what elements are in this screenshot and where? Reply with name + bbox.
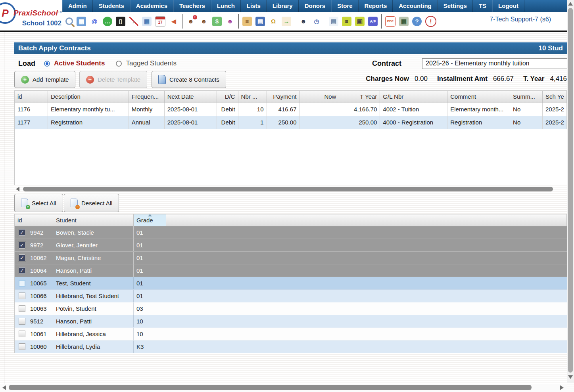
bell-icon[interactable]: Ω [269,17,278,26]
contracts-col-header-payment[interactable]: Payment [267,91,300,103]
print-cheque-icon[interactable]: ▣ [355,17,365,26]
nav-item-logout[interactable]: Logout [492,0,524,12]
ledger-icon[interactable]: ▤ [329,17,338,26]
money-icon[interactable]: $ [212,17,222,26]
app-logo[interactable]: P PraxiSchoolTM School 1002 [0,0,62,31]
scroll-left-icon[interactable] [16,187,19,191]
delete-template-button[interactable]: − Delete Template [79,71,147,88]
radio-tagged-students-label[interactable]: Tagged Students [126,59,177,67]
add-student-icon[interactable]: ☻+ [186,17,196,26]
contracts-col-header-d-c[interactable]: D/C [217,91,238,103]
nav-item-lunch[interactable]: Lunch [211,0,241,12]
student-checkbox[interactable] [19,331,25,337]
nav-item-academics[interactable]: Academics [130,0,173,12]
phone-icon[interactable]: ▯ [116,17,125,26]
mute-icon[interactable]: ♪ [129,17,138,26]
contracts-col-header-sch-ye[interactable]: Sch Ye [543,91,567,103]
nav-item-ts[interactable]: TS [473,0,492,12]
page-vscroll-thumb[interactable] [568,8,573,373]
students-col-header-student[interactable]: Student [53,214,134,226]
ap-icon[interactable]: A/P [368,17,378,26]
nav-item-store[interactable]: Store [331,0,358,12]
contracts-col-header-now[interactable]: Now [299,91,339,103]
contracts-col-header-next-date[interactable]: Next Date [165,91,217,103]
pdf-icon[interactable]: PDF [385,16,395,27]
deselect-all-button[interactable]: Deselect All [64,194,119,212]
student-checkbox[interactable] [19,293,25,299]
select-all-button[interactable]: Select All [14,194,63,212]
contracts-col-header-description[interactable]: Description [48,91,129,103]
contract-row[interactable]: 1176Elementary monthly tu...Monthly2025-… [15,103,567,116]
nav-item-admin[interactable]: Admin [62,0,93,12]
student-row[interactable]: ✓9942Bowen, Stacie01 [15,226,567,239]
scroll-right-icon[interactable] [560,385,564,390]
page-hscroll-thumb[interactable] [9,385,532,390]
student-row[interactable]: 10065Test, Student01 [15,277,567,290]
nav-item-reports[interactable]: Reports [359,0,393,12]
student-checkbox[interactable] [19,343,25,350]
contracts-col-header-summ-[interactable]: Summ... [510,91,543,103]
student-row[interactable]: ✓10062Magan, Christine01 [15,252,567,264]
contracts-hscroll-thumb[interactable] [23,187,553,191]
student-row[interactable]: 10060Hillebrand, LydiaK3 [15,340,567,353]
register-icon[interactable]: ▦ [399,17,409,26]
student-row[interactable]: 10066Hillebrand, Test Student01 [15,290,567,302]
nav-item-lists[interactable]: Lists [241,0,267,12]
page-vscrollbar[interactable] [567,0,574,383]
student-checkbox[interactable]: ✓ [19,242,25,249]
email-icon[interactable]: @ [90,17,99,26]
contract-select[interactable]: 2025-26 - Elementary monthly tuition [422,58,568,69]
scroll-left-icon[interactable] [2,385,6,390]
clock-icon[interactable]: ◷ [312,17,321,26]
student-checkbox[interactable] [19,280,25,287]
contracts-col-header-nbr-[interactable]: Nbr ... [238,91,267,103]
student-icon[interactable]: ☻ [199,17,209,26]
student-row[interactable]: 10063Potvin, Student03 [15,302,567,315]
student-row[interactable]: ✓9972Glover, Jennifer01 [15,239,567,252]
student-checkbox[interactable]: ✓ [19,254,25,261]
family-icon[interactable]: ☻ [225,17,235,26]
date-icon[interactable]: 17 [155,16,165,27]
contracts-col-header-frequen-[interactable]: Frequen... [129,91,165,103]
create-contracts-button[interactable]: Create 8 Contracts [152,71,226,88]
nav-item-teachers[interactable]: Teachers [173,0,211,12]
radio-active-students[interactable] [44,61,50,67]
cheque-icon[interactable]: ≡ [342,17,351,26]
student-row[interactable]: ✓10064Hanson, Patti01 [15,264,567,277]
megaphone-icon[interactable]: ◀ [169,17,179,26]
students-col-header-id[interactable]: id [15,214,53,226]
radio-tagged-students[interactable] [116,61,122,67]
student-checkbox[interactable]: ✓ [19,267,25,274]
students-col-header-grade[interactable]: Grade [134,214,166,226]
lunch-icon[interactable]: ≡ [242,17,252,26]
contracts-col-header-comment[interactable]: Comment [447,91,510,103]
contracts-hscrollbar[interactable] [14,186,567,192]
scroll-up-icon[interactable] [568,2,573,6]
search-icon[interactable] [65,17,73,25]
contracts-col-header-id[interactable]: id [15,91,48,103]
contracts-col-header-g-l-nbr[interactable]: G/L Nbr [380,91,447,103]
nav-item-students[interactable]: Students [93,0,130,12]
nav-item-donors[interactable]: Donors [299,0,332,12]
contract-row[interactable]: 1177RegistrationAnnual2025-08-01Debit125… [15,116,567,129]
staff-icon[interactable]: ☻ [299,17,308,26]
student-row[interactable]: 9512Hanson, Patti10 [15,315,567,328]
contracts-col-header-t-year[interactable]: T Year [339,91,380,103]
nav-item-settings[interactable]: Settings [438,0,473,12]
scroll-down-icon[interactable] [568,375,573,379]
student-checkbox[interactable] [19,305,25,312]
help-icon[interactable]: ? [412,17,422,26]
student-checkbox[interactable]: ✓ [19,229,25,236]
alert-icon[interactable]: ! [425,16,436,27]
chat-icon[interactable]: … [103,17,112,26]
student-row[interactable]: 10061Hillebrand, Jessica10 [15,328,567,340]
add-template-button[interactable]: + Add Template [14,71,75,88]
radio-active-students-label[interactable]: Active Students [54,59,105,67]
calendar-icon[interactable]: ▦ [142,17,152,26]
calendar-grid-icon[interactable]: ▦ [77,17,86,26]
page-hscrollbar[interactable] [0,384,567,392]
nav-item-library[interactable]: Library [267,0,299,12]
export-icon[interactable]: → [282,17,291,26]
student-checkbox[interactable] [19,318,25,325]
library-icon[interactable]: ▤ [255,17,265,26]
